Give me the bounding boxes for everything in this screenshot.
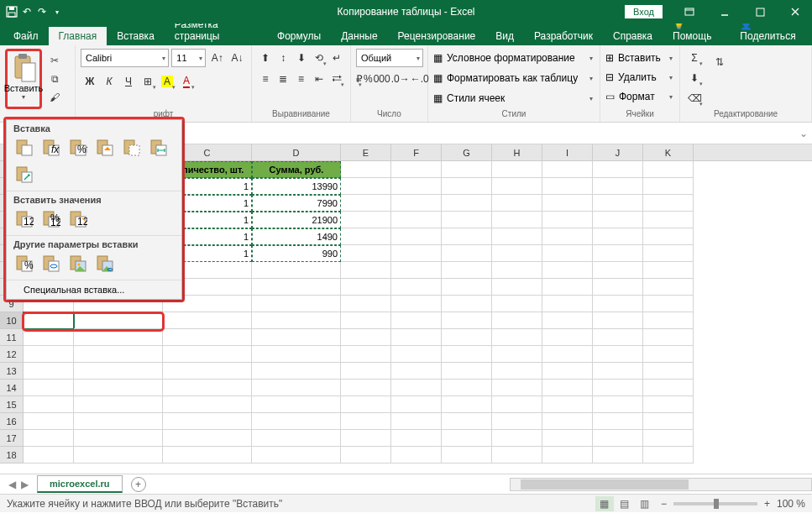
- cell[interactable]: [593, 228, 643, 245]
- cell[interactable]: [391, 346, 442, 363]
- tab-insert[interactable]: Вставка: [107, 27, 165, 45]
- cell[interactable]: [252, 312, 341, 329]
- col-header[interactable]: D: [252, 144, 341, 160]
- align-right-icon[interactable]: ≡: [292, 70, 309, 88]
- row-header[interactable]: 11: [0, 329, 24, 346]
- cell[interactable]: [643, 380, 694, 396]
- zoom-in-icon[interactable]: +: [764, 498, 770, 510]
- cell[interactable]: [341, 296, 391, 312]
- clear-icon[interactable]: ⌫: [685, 89, 704, 107]
- autosum-icon[interactable]: Σ: [685, 49, 704, 67]
- expand-formula-bar-icon[interactable]: ⌄: [795, 128, 812, 139]
- cell[interactable]: [542, 430, 593, 447]
- zoom-level[interactable]: 100 %: [777, 498, 805, 510]
- cell[interactable]: [492, 447, 542, 464]
- cell[interactable]: [442, 396, 492, 413]
- cell[interactable]: [442, 178, 492, 195]
- conditional-formatting-button[interactable]: ▦Условное форматирование: [433, 49, 595, 67]
- col-header[interactable]: E: [341, 144, 391, 160]
- cell[interactable]: [492, 346, 542, 363]
- col-header[interactable]: I: [542, 144, 593, 160]
- cell[interactable]: [593, 245, 643, 262]
- cell[interactable]: [542, 312, 593, 329]
- cell[interactable]: [593, 178, 643, 195]
- cell[interactable]: [74, 430, 163, 447]
- cell[interactable]: [341, 396, 391, 413]
- cell[interactable]: [252, 262, 341, 279]
- font-name-combo[interactable]: Calibri: [81, 49, 169, 67]
- paste-formulas-icon[interactable]: fx: [40, 137, 62, 159]
- wrap-text-icon[interactable]: ↵: [328, 49, 345, 67]
- cell[interactable]: [252, 363, 341, 380]
- cell[interactable]: [593, 312, 643, 329]
- cell[interactable]: [391, 212, 442, 228]
- cell[interactable]: [593, 380, 643, 396]
- cell[interactable]: [24, 413, 74, 430]
- cell[interactable]: [391, 195, 442, 212]
- cell[interactable]: [442, 447, 492, 464]
- ribbon-display-icon[interactable]: [673, 0, 706, 24]
- cell[interactable]: [593, 329, 643, 346]
- cell[interactable]: [442, 279, 492, 296]
- cell[interactable]: [492, 279, 542, 296]
- formula-bar[interactable]: [132, 123, 795, 144]
- merge-icon[interactable]: ⮂: [328, 70, 345, 88]
- cell[interactable]: [391, 396, 442, 413]
- cell[interactable]: [492, 178, 542, 195]
- cell[interactable]: [593, 296, 643, 312]
- cell[interactable]: [341, 363, 391, 380]
- cell[interactable]: [74, 312, 163, 329]
- cell[interactable]: [391, 312, 442, 329]
- cell[interactable]: [391, 245, 442, 262]
- col-header[interactable]: G: [442, 144, 492, 160]
- underline-button[interactable]: Ч: [119, 72, 138, 91]
- cell[interactable]: [492, 195, 542, 212]
- cell[interactable]: [391, 279, 442, 296]
- cell[interactable]: [442, 380, 492, 396]
- cell[interactable]: [542, 329, 593, 346]
- qat-dropdown-icon[interactable]: ▾: [50, 3, 64, 20]
- decrease-indent-icon[interactable]: ⇤: [311, 70, 327, 88]
- horizontal-scrollbar[interactable]: [510, 478, 812, 491]
- paste-values-source-icon[interactable]: 123: [67, 208, 89, 230]
- cell[interactable]: [593, 212, 643, 228]
- cell[interactable]: [643, 346, 694, 363]
- cell[interactable]: [643, 279, 694, 296]
- cell[interactable]: [643, 430, 694, 447]
- cell[interactable]: [341, 161, 391, 178]
- cell[interactable]: [643, 178, 694, 195]
- cell[interactable]: [24, 346, 74, 363]
- align-bottom-icon[interactable]: ⬇: [292, 49, 309, 67]
- cell[interactable]: [542, 346, 593, 363]
- signin-button[interactable]: Вход: [625, 5, 663, 18]
- cell[interactable]: [391, 329, 442, 346]
- maximize-icon[interactable]: [743, 0, 777, 24]
- cell[interactable]: [442, 212, 492, 228]
- cell[interactable]: [593, 363, 643, 380]
- comma-icon[interactable]: 000: [374, 70, 390, 88]
- cell[interactable]: 990: [252, 245, 341, 262]
- bold-button[interactable]: Ж: [81, 72, 99, 91]
- insert-cells-button[interactable]: ⊞Вставить: [605, 49, 674, 67]
- save-icon[interactable]: [5, 3, 18, 20]
- cell[interactable]: [643, 296, 694, 312]
- col-header[interactable]: J: [593, 144, 643, 160]
- italic-button[interactable]: К: [100, 72, 118, 91]
- cell[interactable]: [391, 228, 442, 245]
- row-header[interactable]: 12: [0, 346, 24, 363]
- row-header[interactable]: 10: [0, 312, 24, 329]
- sort-filter-icon[interactable]: ⇅: [709, 49, 731, 76]
- cell[interactable]: [593, 161, 643, 178]
- cell[interactable]: [542, 447, 593, 464]
- align-center-icon[interactable]: ≣: [275, 70, 291, 88]
- cell[interactable]: [74, 396, 163, 413]
- cell[interactable]: [74, 380, 163, 396]
- font-color-icon[interactable]: A: [177, 72, 196, 91]
- cell[interactable]: [593, 195, 643, 212]
- cell[interactable]: [24, 363, 74, 380]
- cell[interactable]: [492, 363, 542, 380]
- paste-picture-icon[interactable]: [67, 253, 89, 275]
- tab-review[interactable]: Рецензирование: [388, 27, 486, 45]
- cell[interactable]: [391, 380, 442, 396]
- col-header[interactable]: K: [643, 144, 694, 160]
